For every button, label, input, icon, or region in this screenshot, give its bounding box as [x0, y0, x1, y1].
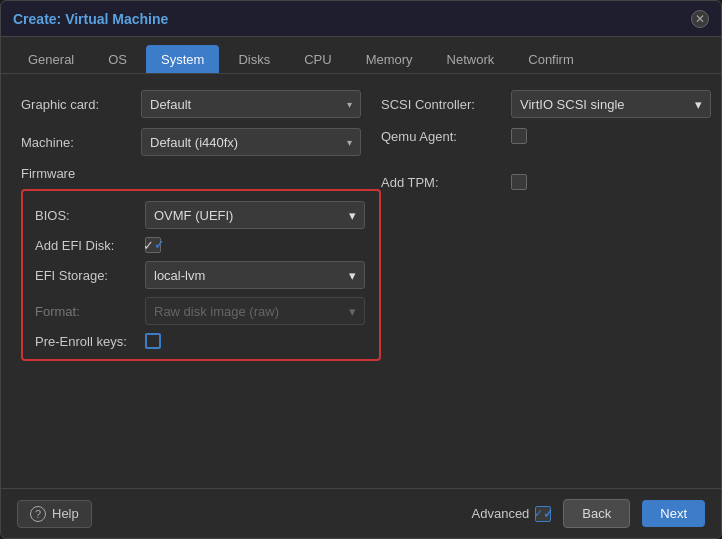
next-label: Next — [660, 506, 687, 521]
left-column: Graphic card: Default ▾ Machine: Default… — [21, 90, 381, 361]
graphic-card-value: Default — [150, 97, 191, 112]
machine-value: Default (i440fx) — [150, 135, 238, 150]
tab-disks[interactable]: Disks — [223, 45, 285, 73]
efi-disk-label: Add EFI Disk: — [35, 238, 145, 253]
advanced-row: Advanced ✓ — [472, 506, 552, 522]
advanced-checkmark: ✓ — [534, 507, 543, 520]
firmware-box: BIOS: OVMF (UEFI) ▾ Add EFI Disk: ✓ — [21, 189, 381, 361]
efi-storage-value: local-lvm — [154, 268, 205, 283]
pre-enroll-row: Pre-Enroll keys: — [35, 333, 367, 349]
next-button[interactable]: Next — [642, 500, 705, 527]
bios-row: BIOS: OVMF (UEFI) ▾ — [35, 201, 367, 229]
graphic-card-arrow: ▾ — [347, 99, 352, 110]
tab-bar: General OS System Disks CPU Memory Netwo… — [1, 37, 721, 74]
tab-network[interactable]: Network — [432, 45, 510, 73]
machine-arrow: ▾ — [347, 137, 352, 148]
tab-memory[interactable]: Memory — [351, 45, 428, 73]
graphic-card-label: Graphic card: — [21, 97, 141, 112]
format-label: Format: — [35, 304, 145, 319]
help-label: Help — [52, 506, 79, 521]
scsi-label: SCSI Controller: — [381, 97, 511, 112]
close-icon: ✕ — [695, 12, 705, 26]
add-tpm-row: Add TPM: — [381, 174, 711, 190]
graphic-card-select[interactable]: Default ▾ — [141, 90, 361, 118]
scsi-select[interactable]: VirtIO SCSI single ▾ — [511, 90, 711, 118]
graphic-card-row: Graphic card: Default ▾ — [21, 90, 381, 118]
advanced-checkbox[interactable]: ✓ — [535, 506, 551, 522]
qemu-agent-row: Qemu Agent: — [381, 128, 711, 144]
add-tpm-checkbox[interactable] — [511, 174, 527, 190]
pre-enroll-checkbox[interactable] — [145, 333, 161, 349]
tab-cpu[interactable]: CPU — [289, 45, 346, 73]
efi-disk-row: Add EFI Disk: ✓ — [35, 237, 367, 253]
efi-storage-select[interactable]: local-lvm ▾ — [145, 261, 365, 289]
scsi-value: VirtIO SCSI single — [520, 97, 625, 112]
bios-value: OVMF (UEFI) — [154, 208, 233, 223]
back-button[interactable]: Back — [563, 499, 630, 528]
bios-arrow: ▾ — [349, 208, 356, 223]
footer-right: Advanced ✓ Back Next — [472, 499, 705, 528]
machine-row: Machine: Default (i440fx) ▾ — [21, 128, 381, 156]
right-column: SCSI Controller: VirtIO SCSI single ▾ Qe… — [381, 90, 711, 361]
title-bar: Create: Virtual Machine ✕ — [1, 1, 721, 37]
help-button[interactable]: ? Help — [17, 500, 92, 528]
format-value: Raw disk image (raw) — [154, 304, 279, 319]
main-layout: Graphic card: Default ▾ Machine: Default… — [21, 90, 701, 361]
tab-os[interactable]: OS — [93, 45, 142, 73]
bios-select[interactable]: OVMF (UEFI) ▾ — [145, 201, 365, 229]
format-select: Raw disk image (raw) ▾ — [145, 297, 365, 325]
format-row: Format: Raw disk image (raw) ▾ — [35, 297, 367, 325]
main-window: Create: Virtual Machine ✕ General OS Sys… — [0, 0, 722, 539]
back-label: Back — [582, 506, 611, 521]
firmware-section-label: Firmware — [21, 166, 381, 181]
efi-storage-arrow: ▾ — [349, 268, 356, 283]
format-arrow: ▾ — [349, 304, 356, 319]
right-rows: SCSI Controller: VirtIO SCSI single ▾ Qe… — [381, 90, 711, 200]
scsi-row: SCSI Controller: VirtIO SCSI single ▾ — [381, 90, 711, 118]
tab-general[interactable]: General — [13, 45, 89, 73]
efi-storage-label: EFI Storage: — [35, 268, 145, 283]
machine-label: Machine: — [21, 135, 141, 150]
scsi-arrow: ▾ — [695, 97, 702, 112]
qemu-agent-checkbox[interactable] — [511, 128, 527, 144]
window-title: Create: Virtual Machine — [13, 11, 168, 27]
machine-select[interactable]: Default (i440fx) ▾ — [141, 128, 361, 156]
help-icon: ? — [30, 506, 46, 522]
checkmark-icon: ✓ — [143, 238, 154, 253]
footer: ? Help Advanced ✓ Back Next — [1, 488, 721, 538]
efi-storage-row: EFI Storage: local-lvm ▾ — [35, 261, 367, 289]
content-area: Graphic card: Default ▾ Machine: Default… — [1, 74, 721, 488]
pre-enroll-label: Pre-Enroll keys: — [35, 334, 145, 349]
tab-confirm[interactable]: Confirm — [513, 45, 589, 73]
add-tpm-label: Add TPM: — [381, 175, 511, 190]
advanced-label: Advanced — [472, 506, 530, 521]
bios-label: BIOS: — [35, 208, 145, 223]
qemu-agent-label: Qemu Agent: — [381, 129, 511, 144]
tab-system[interactable]: System — [146, 45, 219, 73]
close-button[interactable]: ✕ — [691, 10, 709, 28]
efi-disk-checkbox[interactable]: ✓ — [145, 237, 161, 253]
